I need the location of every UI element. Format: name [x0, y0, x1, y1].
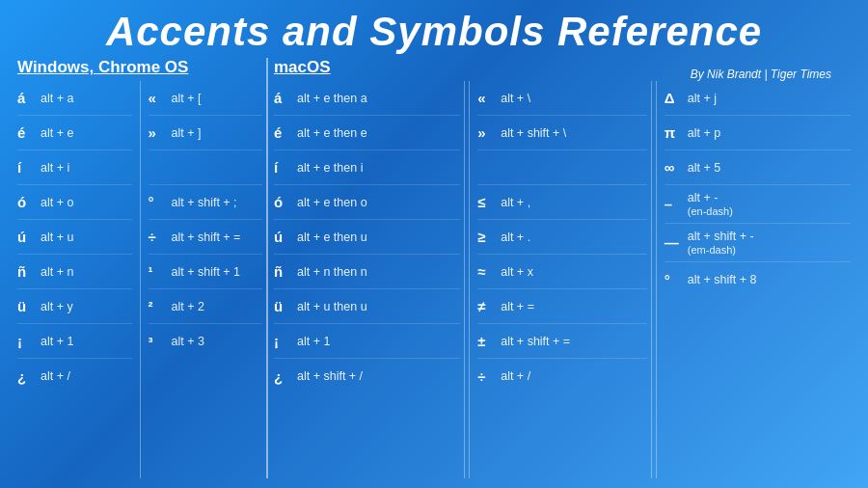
list-item: »alt + ]	[149, 116, 263, 150]
divider	[656, 81, 657, 478]
macos-section: macOS áalt + e then a éalt + e then e ía…	[268, 58, 851, 478]
list-item: °alt + shift + ;	[149, 185, 263, 220]
list-item: πalt + p	[665, 116, 851, 150]
list-item: ≥alt + .	[477, 220, 647, 255]
list-item: «alt + [	[149, 81, 263, 116]
list-item: ¡alt + 1	[17, 324, 132, 359]
windows-header: Windows, Chrome OS	[17, 58, 262, 77]
macos-col1: áalt + e then a éalt + e then e íalt + e…	[274, 81, 465, 478]
list-item: ∞alt + 5	[665, 150, 851, 185]
list-item: —alt + shift + -(em-dash)	[665, 224, 851, 262]
windows-col1: áalt + a éalt + e íalt + i óalt + o úalt…	[17, 81, 136, 478]
list-item: –alt + -(en-dash)	[665, 185, 851, 224]
list-item: °alt + shift + 8	[665, 262, 851, 297]
list-item: íalt + e then i	[274, 150, 460, 185]
list-item: éalt + e then e	[274, 116, 460, 150]
list-item: »alt + shift + \	[477, 116, 647, 150]
list-item: ±alt + shift + =	[477, 324, 647, 359]
macos-col2: «alt + \ »alt + shift + \ ≤alt + , ≥alt …	[474, 81, 652, 478]
list-item	[149, 150, 263, 185]
list-item: éalt + e	[17, 116, 132, 150]
macos-col3: Δalt + j πalt + p ∞alt + 5 –alt + -(en-d…	[661, 81, 851, 478]
list-item: ≠alt + =	[477, 289, 647, 324]
list-item	[477, 150, 647, 185]
page: Accents and Symbols Reference By Nik Bra…	[0, 0, 868, 488]
page-title: Accents and Symbols Reference	[17, 10, 851, 54]
list-item: áalt + a	[17, 81, 132, 116]
list-item: ¿alt + /	[17, 359, 132, 393]
main-content: Windows, Chrome OS áalt + a éalt + e íal…	[17, 58, 851, 478]
list-item: óalt + e then o	[274, 185, 460, 220]
list-item: ñalt + n	[17, 255, 132, 289]
list-item: úalt + e then u	[274, 220, 460, 255]
list-item: ³alt + 3	[149, 324, 263, 359]
list-item: üalt + u then u	[274, 289, 460, 324]
list-item: óalt + o	[17, 185, 132, 220]
list-item: ÷alt + /	[477, 359, 647, 393]
list-item: «alt + \	[477, 81, 647, 116]
divider	[140, 81, 141, 478]
list-item: ²alt + 2	[149, 289, 263, 324]
list-item: ≈alt + x	[477, 255, 647, 289]
macos-header: macOS	[274, 58, 851, 77]
list-item: ≤alt + ,	[477, 185, 647, 220]
windows-col2: «alt + [ »alt + ] °alt + shift + ; ÷alt …	[145, 81, 263, 478]
divider	[469, 81, 470, 478]
list-item: ¡alt + 1	[274, 324, 460, 359]
list-item: íalt + i	[17, 150, 132, 185]
list-item: Δalt + j	[665, 81, 851, 116]
list-item: ñalt + n then n	[274, 255, 460, 289]
list-item: ¹alt + shift + 1	[149, 255, 263, 289]
list-item: áalt + e then a	[274, 81, 460, 116]
list-item: ÷alt + shift + =	[149, 220, 263, 255]
list-item: ¿alt + shift + /	[274, 359, 460, 393]
list-item: üalt + y	[17, 289, 132, 324]
list-item: úalt + u	[17, 220, 132, 255]
